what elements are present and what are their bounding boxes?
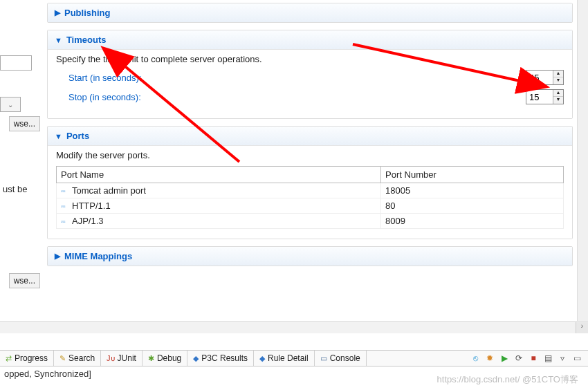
views-toolbar: ⎋ ✹ ▶ ⟳ ■ ▤ ▿ ▭ xyxy=(464,351,588,366)
horizontal-scrollbar[interactable]: › xyxy=(0,321,588,333)
table-row[interactable]: ⎓HTTP/1.180 xyxy=(57,198,564,214)
ports-table: Port Name Port Number ⎓Tomcat admin port… xyxy=(56,166,564,229)
left-cropped-column: ⌄ wse... ust be wse... xyxy=(0,0,43,321)
section-mime: ▶ MIME Mappings xyxy=(47,246,573,266)
expand-icon: ▶ xyxy=(55,8,60,17)
collapse-icon: ▼ xyxy=(55,36,62,44)
section-title: Timeouts xyxy=(66,35,107,45)
timeouts-description: Specify the time limit to complete serve… xyxy=(56,54,564,64)
tab-search[interactable]: ✎Search xyxy=(54,351,101,366)
tab-icon: ◆ xyxy=(259,354,265,363)
profile-icon[interactable]: ▤ xyxy=(542,353,553,364)
tab-p3c-results[interactable]: ◆P3C Results xyxy=(187,351,254,366)
port-name: AJP/1.3 xyxy=(72,216,104,226)
section-ports: ▼ Ports Modify the server ports. Port Na… xyxy=(47,126,573,239)
run-icon[interactable]: ▶ xyxy=(499,353,510,364)
views-tab-bar: ⇄Progress✎SearchJᴜJUnit✱Debug◆P3C Result… xyxy=(0,350,588,366)
stop-timeout-label[interactable]: Stop (in seconds): xyxy=(68,92,141,102)
tab-icon: ✱ xyxy=(148,354,154,363)
tab-label: Progress xyxy=(15,353,48,363)
start-timeout-row: Start (in seconds): ▲ ▼ xyxy=(56,70,564,85)
tab-console[interactable]: ▭Console xyxy=(315,351,367,366)
section-header-timeouts[interactable]: ▼ Timeouts xyxy=(48,30,572,50)
ports-col-name[interactable]: Port Name xyxy=(57,167,381,183)
section-header-publishing[interactable]: ▶ Publishing xyxy=(48,3,572,22)
port-icon: ⎓ xyxy=(61,187,69,195)
browse-button-1[interactable]: wse... xyxy=(9,116,40,131)
tab-icon: ▭ xyxy=(320,354,327,363)
port-name: Tomcat admin port xyxy=(72,185,146,196)
stop-timeout-spinner[interactable]: ▲ ▼ xyxy=(526,89,564,104)
spinner-down-icon[interactable]: ▼ xyxy=(553,97,563,104)
port-number: 80 xyxy=(381,198,564,214)
table-row[interactable]: ⎓AJP/1.38009 xyxy=(57,214,564,229)
minimize-icon[interactable]: ▭ xyxy=(571,353,582,364)
table-row[interactable]: ⎓Tomcat admin port18005 xyxy=(57,183,564,198)
tab-icon: ✎ xyxy=(59,354,66,363)
ports-description: Modify the server ports. xyxy=(56,150,564,160)
port-icon: ⎓ xyxy=(61,202,69,210)
tab-icon: Jᴜ xyxy=(107,354,115,363)
server-config-panel: ▶ Publishing ▼ Timeouts Specify the time… xyxy=(43,0,577,321)
tab-label: Console xyxy=(330,353,360,363)
tab-junit[interactable]: JᴜJUnit xyxy=(101,351,143,366)
start-timeout-input[interactable] xyxy=(526,71,553,84)
tab-label: P3C Results xyxy=(201,353,248,363)
section-title: Ports xyxy=(66,131,89,141)
start-timeout-spinner[interactable]: ▲ ▼ xyxy=(526,70,564,85)
spinner-down-icon[interactable]: ▼ xyxy=(553,77,563,84)
spinner-up-icon[interactable]: ▲ xyxy=(553,71,563,77)
port-number: 8009 xyxy=(381,214,564,229)
ports-col-number[interactable]: Port Number xyxy=(381,167,564,183)
stop-timeout-row: Stop (in seconds): ▲ ▼ xyxy=(56,89,564,104)
vertical-scrollbar[interactable] xyxy=(577,0,588,321)
tab-debug[interactable]: ✱Debug xyxy=(143,351,187,366)
section-header-mime[interactable]: ▶ MIME Mappings xyxy=(48,247,572,266)
pin-icon[interactable]: ⎋ xyxy=(470,353,481,364)
port-icon: ⎓ xyxy=(61,217,69,225)
tab-progress[interactable]: ⇄Progress xyxy=(0,351,54,366)
view-menu-icon[interactable]: ▿ xyxy=(557,353,568,364)
section-title: Publishing xyxy=(64,8,110,18)
editor-main-area: ⌄ wse... ust be wse... ▶ Publishing ▼ Ti… xyxy=(0,0,588,321)
tab-rule-detail[interactable]: ◆Rule Detail xyxy=(254,351,315,366)
start-timeout-label[interactable]: Start (in seconds): xyxy=(68,73,142,83)
collapse-icon: ▼ xyxy=(55,132,62,140)
browse-button-2[interactable]: wse... xyxy=(9,273,40,288)
port-number: 18005 xyxy=(381,183,564,198)
tab-icon: ⇄ xyxy=(6,354,12,363)
section-publishing: ▶ Publishing xyxy=(47,3,573,23)
scroll-right-icon[interactable]: › xyxy=(576,322,588,333)
watermark-text: https://blog.csdn.net/ @51CTO博客 xyxy=(437,373,578,386)
stop-timeout-input[interactable] xyxy=(526,90,553,104)
left-truncated-text: ust be xyxy=(3,184,27,194)
publish-icon[interactable]: ⟳ xyxy=(513,353,524,364)
port-name: HTTP/1.1 xyxy=(72,201,111,211)
tab-icon: ◆ xyxy=(193,354,199,363)
spinner-up-icon[interactable]: ▲ xyxy=(553,90,563,97)
section-header-ports[interactable]: ▼ Ports xyxy=(48,127,572,146)
section-timeouts: ▼ Timeouts Specify the time limit to com… xyxy=(47,30,573,119)
tab-label: JUnit xyxy=(118,353,136,363)
open-console-icon[interactable]: ✹ xyxy=(484,353,495,364)
expand-icon: ▶ xyxy=(55,252,60,261)
tab-label: Debug xyxy=(157,353,181,363)
tab-label: Rule Detail xyxy=(268,353,309,363)
tab-label: Search xyxy=(68,353,95,363)
section-title: MIME Mappings xyxy=(64,251,132,261)
stop-icon[interactable]: ■ xyxy=(528,353,539,364)
chevron-down-icon[interactable]: ⌄ xyxy=(0,97,21,112)
